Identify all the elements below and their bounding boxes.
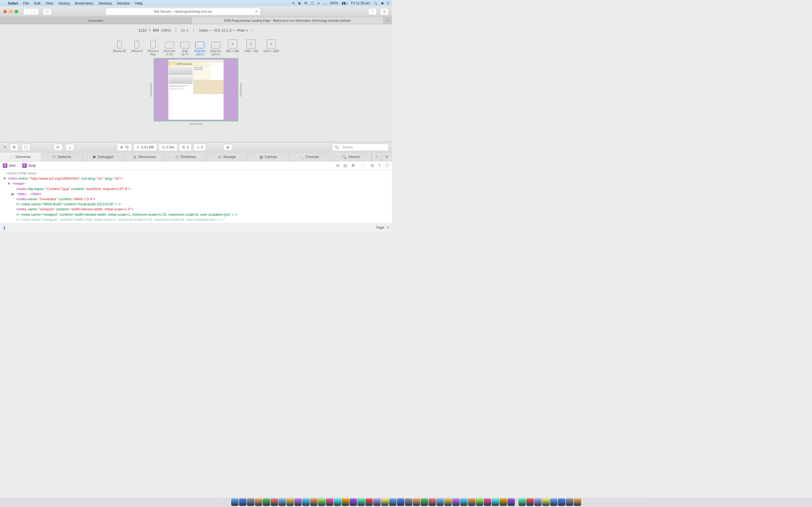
code-icon[interactable]: 〈〉 — [359, 163, 367, 168]
crumb-body[interactable]: body — [29, 164, 36, 168]
address-bar[interactable]: Not Secure — rjmprogramming.com.au ⟳ — [105, 8, 260, 15]
bluetooth-icon[interactable]: ⚹ — [317, 1, 320, 5]
address-prefix: Not Secure — — [154, 10, 175, 13]
device-icon — [228, 40, 237, 48]
menu-window[interactable]: Window — [117, 1, 130, 5]
menu-history[interactable]: History — [58, 1, 70, 5]
dom-tree[interactable]: <!DOCTYPE html> ▼ <html xmlns="http://ww… — [0, 170, 392, 223]
menu-bookmarks[interactable]: Bookmarks — [75, 1, 93, 5]
menu-file[interactable]: File — [23, 1, 29, 5]
device-1920-×-1080[interactable]: 1920 × 1080 — [263, 40, 279, 56]
spotlight-icon[interactable]: 🔍 — [373, 1, 377, 5]
tab-timelines[interactable]: ◷Timelines — [165, 152, 206, 161]
device-label: iPhone 8Plus — [147, 50, 158, 56]
tab-active[interactable]: RJM Programming Landing Page - Welcome t… — [192, 17, 384, 24]
device-iphone-se[interactable]: iPhone SE — [113, 41, 126, 56]
settings-icon[interactable]: ⚙ — [382, 152, 392, 161]
device-ipad-mini[interactable]: iPad mini(7.9") — [164, 42, 175, 56]
device-ipad-pro[interactable]: iPad Pro(12.9") — [210, 42, 221, 56]
console-prompt[interactable]: ❯ — [3, 226, 6, 230]
device-icon — [135, 41, 139, 48]
reload-icon[interactable]: ⟳ — [255, 10, 258, 13]
device-preview[interactable]: RJM Programming RJM Programming is a hom… — [154, 58, 238, 121]
log-count: ☰ 0 — [179, 144, 192, 151]
inspector-search[interactable]: 🔍˅ Search — [332, 144, 389, 151]
execution-scope[interactable]: Page ⇅ — [376, 226, 389, 230]
menu-view[interactable]: View — [46, 1, 54, 5]
crumb-html[interactable]: html — [9, 164, 15, 168]
resize-handle-bottom[interactable] — [189, 123, 203, 125]
battery-percent: 100% — [329, 1, 338, 5]
status-icon[interactable]: M — [305, 1, 307, 5]
device-icon — [246, 40, 255, 48]
reload-button[interactable]: ⟳ — [54, 144, 62, 151]
tab-console[interactable]: ›_Console — [289, 152, 330, 161]
device-label: iPad Pro(12.9") — [210, 50, 221, 56]
print-icon[interactable]: ▤ — [343, 163, 347, 168]
forward-button[interactable]: › — [31, 8, 39, 15]
device-icon — [117, 41, 122, 48]
device-icon — [181, 42, 190, 48]
device-iphone-8[interactable]: iPhone 8Plus — [147, 40, 158, 56]
device-picker: iPhone SEiPhone 8iPhone 8PlusiPad mini(7… — [113, 36, 279, 56]
download-button[interactable]: ⤓ — [66, 144, 74, 151]
siri-icon[interactable]: ◉ — [381, 1, 384, 5]
new-tab-button[interactable]: + — [384, 17, 392, 24]
paint-icon[interactable]: ✎ — [378, 163, 382, 168]
device-label: iPhone 8 — [132, 50, 142, 56]
device-ipad-pro[interactable]: iPad Pro(10.5") — [195, 42, 205, 56]
status-icon[interactable]: ◐ — [298, 1, 301, 5]
add-tab[interactable]: + — [371, 152, 382, 161]
tab-resources[interactable]: 🗎Resources — [124, 152, 165, 161]
dock-side-button[interactable]: ⧉ — [10, 144, 18, 151]
device-iphone-8[interactable]: iPhone 8 — [132, 41, 142, 56]
browser-toolbar: ‹ › ☐ Not Secure — rjmprogramming.com.au… — [0, 6, 392, 17]
notification-icon[interactable]: ≡ — [387, 1, 389, 5]
tabs-button[interactable]: ⧉ — [380, 8, 389, 15]
tab-elements[interactable]: ⬚Elements — [0, 152, 41, 161]
tab-storage[interactable]: ⊟Storage — [206, 152, 248, 161]
tab-debugger[interactable]: ⬢Debugger — [83, 152, 124, 161]
clock[interactable]: Fri 11:29 am — [351, 1, 370, 5]
dock-bottom-button[interactable]: ☐ — [22, 144, 30, 151]
device-label: iPad(9.7") — [182, 50, 188, 56]
device-800-×-599[interactable]: 800 × 599 — [226, 40, 239, 56]
wifi-icon[interactable]: ◡ — [323, 1, 326, 5]
responsive-design-mode: 1112 × 834 (28%) | 2x ⇅ | Safari — iOS 1… — [0, 24, 392, 142]
device-ipad[interactable]: iPad(9.7") — [181, 42, 190, 56]
back-button[interactable]: ‹ — [23, 8, 31, 15]
airplay-icon[interactable]: ▢ — [311, 1, 314, 5]
close-window[interactable] — [3, 10, 7, 13]
pixel-ratio[interactable]: 2x ⇅ — [181, 28, 188, 33]
element-selection-button[interactable]: ⊕ — [223, 144, 232, 151]
menu-edit[interactable]: Edit — [34, 1, 40, 5]
minimize-window[interactable] — [9, 10, 12, 13]
zoom-window[interactable] — [15, 10, 18, 13]
close-inspector[interactable]: ✕ — [3, 145, 6, 149]
layout-icon[interactable]: ⊞ — [336, 163, 340, 168]
device-icon — [211, 42, 220, 48]
user-agent[interactable]: Safari — iOS 12.1.3 — iPad ⇅ ⚠ — [199, 28, 253, 33]
menu-develop[interactable]: Develop — [98, 1, 112, 5]
tab-network[interactable]: ⟳Network — [41, 152, 82, 161]
share-button[interactable]: ⤴ — [368, 8, 377, 15]
status-icon[interactable]: ✕ — [292, 1, 295, 5]
element-badge: E — [3, 163, 7, 168]
resize-handle-left[interactable] — [150, 83, 152, 97]
menu-help[interactable]: Help — [135, 1, 143, 5]
sidebar-button[interactable]: ☐ — [43, 8, 51, 15]
console-prompt-bar: ❯ Page ⇅ — [0, 223, 392, 232]
tab-canvas[interactable]: ▦Canvas — [248, 152, 289, 161]
grid-icon[interactable]: ⊞ — [371, 163, 374, 168]
device-1366-×-768[interactable]: 1366 × 768 — [244, 40, 258, 56]
tab-search[interactable]: 🔍Search — [331, 152, 371, 161]
app-name[interactable]: Safari — [8, 1, 18, 5]
battery-icon: ▮▮▯ — [342, 1, 348, 5]
panel-icon[interactable]: ☐ — [386, 163, 389, 168]
print-styles-icon[interactable]: 🖶 — [351, 163, 355, 168]
viewport-height: 834 — [153, 28, 159, 33]
resize-handle-right[interactable] — [240, 83, 242, 97]
resource-count: 🗎 78 — [117, 144, 132, 151]
device-label: 800 × 599 — [226, 50, 239, 56]
tab-favourites[interactable]: Favourites — [0, 17, 192, 24]
